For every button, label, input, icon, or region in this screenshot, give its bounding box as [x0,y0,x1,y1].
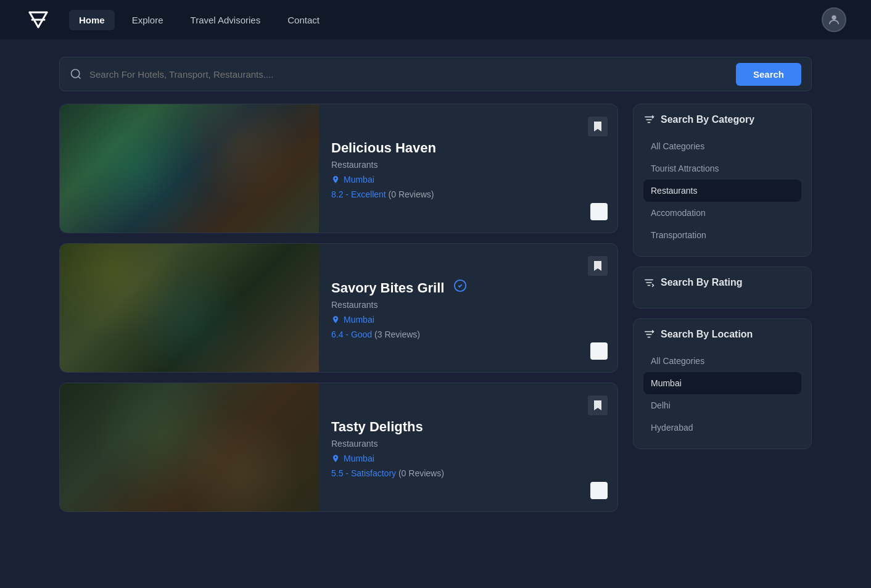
sidebar: Search By Category All Categories Touris… [633,104,812,512]
card-checkbox-2[interactable] [590,342,608,360]
card-category-2: Restaurants [331,300,605,310]
card-checkbox-1[interactable] [590,203,608,220]
card-rating-2: 6.4 - Good (3 Reviews) [331,329,605,339]
card-content-3: Tasty Deligths Restaurants Mumbai 5.5 - … [319,383,617,511]
bookmark-icon-2[interactable] [588,256,608,276]
card-location-3: Mumbai [331,453,605,463]
card-checkbox-3[interactable] [590,482,608,499]
sidebar-item-all-locations[interactable]: All Categories [643,350,801,372]
sidebar-item-transportation[interactable]: Transportation [643,224,801,246]
sidebar-rating-header: Search By Rating [643,277,801,291]
card-location-text-1: Mumbai [344,175,374,184]
svg-point-4 [832,15,836,20]
bookmark-3[interactable] [588,395,608,415]
location-icon-3 [331,454,340,463]
card-image-3 [60,383,319,512]
sidebar-item-hyderabad[interactable]: Hyderabad [643,416,801,439]
location-icon-1 [331,175,340,184]
verified-badge-2 [453,279,467,292]
card-image-2 [60,244,319,373]
nav-contact[interactable]: Contact [278,10,329,30]
listing-card: Savory Bites Grill Restaurants Mumbai [59,243,618,373]
filter-up-icon-2 [643,329,654,340]
listing-card: Delicious Haven Restaurants Mumbai 8.2 -… [59,104,618,233]
card-image-1 [60,104,319,233]
card-category-1: Restaurants [331,160,605,170]
sidebar-location-header: Search By Location [643,329,801,342]
bookmark-icon-1[interactable] [588,117,608,136]
card-title-1: Delicious Haven [331,140,605,156]
filter-up-icon [643,114,654,125]
card-title-2: Savory Bites Grill [331,279,605,296]
sidebar-item-delhi[interactable]: Delhi [643,394,801,416]
filter-down-icon [643,277,654,288]
card-content-1: Delicious Haven Restaurants Mumbai 8.2 -… [319,104,617,233]
card-rating-1: 8.2 - Excellent (0 Reviews) [331,189,605,199]
bookmark-icon-3[interactable] [588,395,608,415]
sidebar-location-section: Search By Location All Categories Mumbai… [633,318,812,449]
sidebar-item-accommodation[interactable]: Accomodation [643,202,801,224]
card-location-text-3: Mumbai [344,453,374,463]
svg-line-6 [78,77,81,79]
sidebar-rating-section: Search By Rating [633,267,812,308]
sidebar-item-all-categories[interactable]: All Categories [643,135,801,157]
listing-card: Tasty Deligths Restaurants Mumbai 5.5 - … [59,383,618,512]
location-icon-2 [331,315,340,324]
search-section: Search [0,39,871,104]
bookmark-1[interactable] [588,117,608,136]
search-icon [70,68,82,80]
sidebar-category-header: Search By Category [643,114,801,128]
search-button[interactable]: Search [736,63,801,86]
logo [25,6,52,33]
card-location-1: Mumbai [331,175,605,184]
card-location-text-2: Mumbai [344,315,374,325]
sidebar-category-section: Search By Category All Categories Touris… [633,104,812,257]
nav-travel-advisories[interactable]: Travel Advisories [181,10,271,30]
card-content-2: Savory Bites Grill Restaurants Mumbai [319,244,617,372]
listings-container: Delicious Haven Restaurants Mumbai 8.2 -… [59,104,618,512]
search-bar: Search [59,57,812,91]
search-input[interactable] [89,69,729,80]
nav-explore[interactable]: Explore [122,10,173,30]
nav-home[interactable]: Home [69,10,115,30]
svg-point-5 [72,70,80,78]
sidebar-item-tourist[interactable]: Tourist Attractions [643,157,801,180]
navbar: Home Explore Travel Advisories Contact [0,0,871,39]
card-location-2: Mumbai [331,315,605,325]
sidebar-item-mumbai[interactable]: Mumbai [643,372,801,394]
sidebar-item-restaurants[interactable]: Restaurants [643,180,801,202]
user-avatar[interactable] [822,7,846,32]
bookmark-2[interactable] [588,256,608,276]
card-category-3: Restaurants [331,439,605,449]
main-layout: Delicious Haven Restaurants Mumbai 8.2 -… [0,104,871,537]
card-rating-3: 5.5 - Satisfactory (0 Reviews) [331,468,605,478]
card-title-3: Tasty Deligths [331,419,605,435]
